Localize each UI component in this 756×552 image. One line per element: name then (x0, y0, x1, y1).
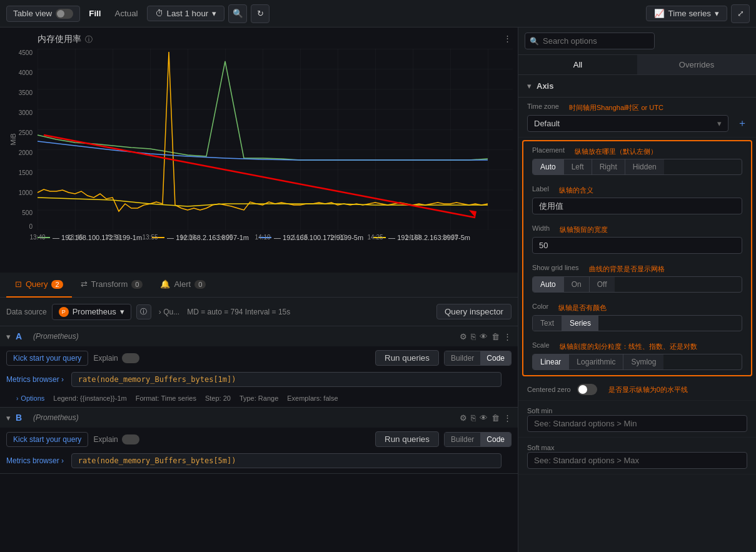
svg-text:13:40: 13:40 (29, 234, 45, 241)
svg-text:2000: 2000 (19, 149, 33, 156)
chart-menu-icon[interactable]: ⋮ (503, 34, 512, 43)
tab-overrides[interactable]: Overrides (637, 55, 756, 74)
code-b-button[interactable]: Code (480, 433, 511, 446)
explain-a-switch[interactable] (122, 353, 139, 363)
soft-max-field-row: Soft max (518, 438, 756, 474)
placement-right-btn[interactable]: Right (592, 159, 625, 174)
actual-button[interactable]: Actual (110, 6, 143, 21)
type-a-text: Type: Range (239, 394, 278, 402)
scale-linear-btn[interactable]: Linear (533, 354, 569, 369)
panel-type-label: Time series (668, 9, 711, 18)
options-a-toggle[interactable]: › Options (16, 394, 44, 402)
timezone-annotation: 时间轴用Shanghai时区 or UTC (569, 103, 663, 113)
code-a-button[interactable]: Code (480, 351, 511, 365)
datasource-info-button[interactable]: ⓘ (136, 304, 151, 319)
query-inspector-button[interactable]: Query inspector (436, 304, 512, 319)
duplicate-icon[interactable]: ⎘ (471, 332, 476, 341)
svg-text:2500: 2500 (19, 129, 33, 136)
settings-b-icon[interactable]: ⚙ (460, 413, 467, 423)
metrics-browser-a-link[interactable]: Metrics browser (6, 375, 64, 384)
settings-icon[interactable]: ⚙ (460, 332, 467, 341)
query-b-icons: ⚙ ⎘ 👁 🗑 ⋮ (460, 413, 512, 423)
tab-query[interactable]: ⊡ Query 2 (6, 273, 72, 298)
color-series-btn[interactable]: Series (562, 316, 598, 331)
tab-transform[interactable]: ⇄ Transform 0 (72, 273, 152, 298)
run-queries-a-button[interactable]: Run queries (375, 350, 439, 366)
fill-button[interactable]: Fill (84, 6, 106, 21)
query-a-input[interactable]: rate(node_memory_Buffers_bytes[1m]) (71, 372, 501, 387)
svg-text:3500: 3500 (19, 89, 33, 96)
options-a-label: Options (21, 394, 44, 402)
tab-all[interactable]: All (518, 55, 637, 74)
svg-text:14:35: 14:35 (442, 234, 458, 241)
timezone-value: Default (534, 119, 560, 128)
kick-start-a-button[interactable]: Kick start your query (6, 351, 88, 366)
collapse-b-icon[interactable]: ▾ (6, 413, 11, 423)
builder-a-button[interactable]: Builder (445, 351, 480, 365)
table-view-toggle[interactable] (56, 9, 73, 19)
soft-min-input[interactable] (527, 415, 747, 432)
placement-annotation-box: Placement 纵轴放在哪里（默认左侧） Auto Left Right H… (522, 140, 752, 376)
grid-auto-btn[interactable]: Auto (533, 277, 564, 292)
explain-b-switch[interactable] (122, 434, 139, 444)
transform-count-badge: 0 (131, 280, 143, 289)
axis-section-header[interactable]: ▾ Axis (518, 75, 756, 98)
centered-zero-toggle[interactable] (577, 384, 597, 395)
label-input[interactable] (532, 198, 742, 214)
visibility-b-icon[interactable]: 👁 (480, 413, 488, 423)
query-block-b-header: ▾ B (Prometheus) ⚙ ⎘ 👁 🗑 ⋮ (0, 408, 518, 428)
search-options-input[interactable] (525, 33, 655, 49)
width-input[interactable] (532, 237, 742, 254)
color-btn-group: Text Series (532, 315, 742, 331)
data-source-select[interactable]: P Prometheus ▾ (52, 304, 131, 320)
time-range-label: Last 1 hour (167, 9, 209, 18)
expand-button[interactable]: ⤢ (731, 4, 750, 23)
format-a-text: Format: Time series (136, 394, 196, 402)
refresh-button[interactable]: ↻ (251, 4, 270, 23)
placement-hidden-btn[interactable]: Hidden (625, 159, 664, 174)
kick-start-b-button[interactable]: Kick start your query (6, 432, 88, 447)
more-b-icon[interactable]: ⋮ (503, 413, 512, 423)
zoom-out-button[interactable]: 🔍 (228, 4, 247, 23)
tab-alert[interactable]: 🔔 Alert 0 (151, 273, 214, 298)
query-b-input[interactable]: rate(node_memory_Buffers_bytes[5m]) (71, 453, 501, 468)
more-icon[interactable]: ⋮ (503, 332, 512, 341)
explain-a-label: Explain (93, 354, 118, 363)
label-field-row: Label 纵轴的含义 (523, 180, 751, 219)
visibility-icon[interactable]: 👁 (480, 332, 488, 341)
chart-icon: 📈 (654, 9, 665, 18)
timezone-add-button[interactable]: ＋ (732, 117, 747, 130)
soft-max-input[interactable] (527, 452, 747, 469)
svg-text:13:55: 13:55 (142, 234, 158, 241)
expand-queries-btn[interactable]: › Qu... (156, 308, 182, 316)
alert-tab-label: Alert (174, 279, 191, 289)
collapse-a-icon[interactable]: ▾ (6, 332, 11, 341)
placement-auto-btn[interactable]: Auto (533, 159, 564, 174)
info-icon[interactable]: ⓘ (85, 34, 93, 45)
svg-text:1500: 1500 (19, 169, 33, 176)
chart-title: 内存使用率 (38, 34, 81, 45)
chevron-down-icon: ▾ (717, 119, 722, 128)
color-text-btn[interactable]: Text (533, 316, 562, 331)
delete-b-icon[interactable]: 🗑 (491, 413, 500, 423)
metrics-browser-b-link[interactable]: Metrics browser (6, 456, 64, 465)
time-range-button[interactable]: ⏱ Last 1 hour ▾ (147, 6, 225, 21)
builder-b-button[interactable]: Builder (445, 433, 480, 446)
left-panel: 内存使用率 ⓘ ⋮ MiB 4500 40 (0, 28, 518, 552)
grid-on-btn[interactable]: On (564, 277, 590, 292)
scale-logarithmic-btn[interactable]: Logarithmic (569, 354, 623, 369)
run-queries-b-button[interactable]: Run queries (375, 431, 439, 447)
duplicate-b-icon[interactable]: ⎘ (471, 413, 476, 423)
panel-type-button[interactable]: 📈 Time series ▾ (646, 6, 727, 21)
builder-code-b-group: Builder Code (444, 432, 512, 447)
delete-icon[interactable]: 🗑 (491, 332, 500, 341)
scale-symlog-btn[interactable]: Symlog (623, 354, 663, 369)
placement-left-btn[interactable]: Left (564, 159, 592, 174)
table-view-button[interactable]: Table view (6, 6, 80, 22)
svg-text:14:10: 14:10 (255, 234, 270, 241)
table-view-label: Table view (13, 9, 52, 18)
timezone-select[interactable]: Default ▾ (527, 115, 728, 132)
svg-text:14:05: 14:05 (217, 234, 233, 241)
placement-btn-group: Auto Left Right Hidden (532, 159, 742, 175)
grid-off-btn[interactable]: Off (590, 277, 615, 292)
